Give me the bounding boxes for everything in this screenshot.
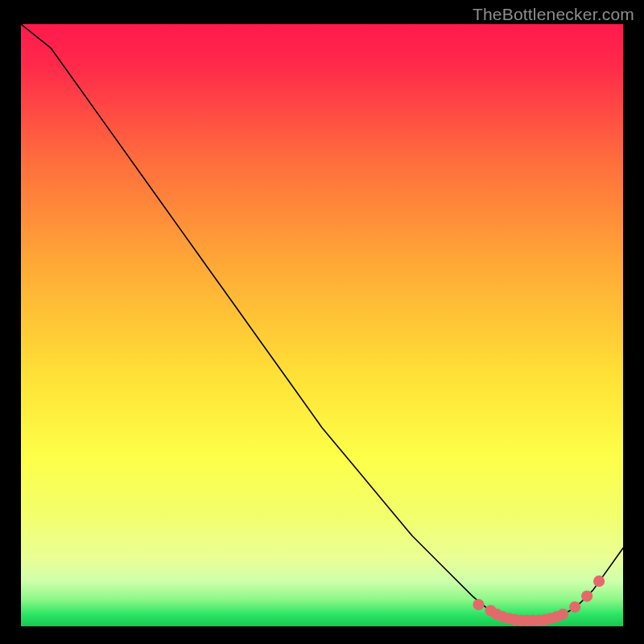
marker-dot	[593, 576, 605, 587]
attribution-label: TheBottlenecker.com	[473, 5, 634, 24]
marker-dot	[473, 599, 484, 610]
marker-dot	[569, 601, 580, 613]
bottleneck-chart	[21, 24, 623, 626]
marker-dot	[557, 609, 568, 620]
marker-dot	[581, 590, 592, 601]
chart-container: TheBottlenecker.com	[0, 0, 644, 644]
gradient-background	[21, 24, 623, 626]
